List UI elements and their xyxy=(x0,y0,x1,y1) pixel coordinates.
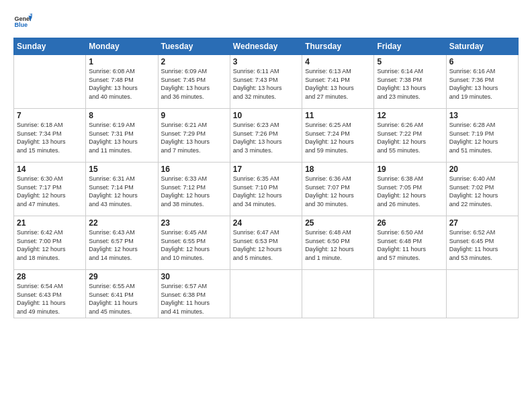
day-number: 8 xyxy=(89,111,154,120)
calendar-cell: 26Sunrise: 6:50 AM Sunset: 6:48 PM Dayli… xyxy=(374,216,446,270)
day-info: Sunrise: 6:57 AM Sunset: 6:38 PM Dayligh… xyxy=(161,282,227,316)
calendar-cell: 22Sunrise: 6:43 AM Sunset: 6:57 PM Dayli… xyxy=(86,216,158,270)
calendar-cell: 21Sunrise: 6:42 AM Sunset: 7:00 PM Dayli… xyxy=(14,216,86,270)
calendar-cell: 20Sunrise: 6:40 AM Sunset: 7:02 PM Dayli… xyxy=(446,163,518,216)
day-number: 7 xyxy=(17,111,83,120)
logo-icon: General Blue xyxy=(13,12,32,31)
day-info: Sunrise: 6:40 AM Sunset: 7:02 PM Dayligh… xyxy=(449,175,515,208)
day-number: 5 xyxy=(377,57,443,66)
day-number: 28 xyxy=(17,272,83,281)
page-header: General Blue xyxy=(13,12,519,31)
day-info: Sunrise: 6:14 AM Sunset: 7:38 PM Dayligh… xyxy=(377,67,443,101)
weekday-saturday: Saturday xyxy=(446,38,518,55)
calendar-cell: 30Sunrise: 6:57 AM Sunset: 6:38 PM Dayli… xyxy=(158,270,230,318)
calendar-cell: 12Sunrise: 6:26 AM Sunset: 7:22 PM Dayli… xyxy=(374,109,446,163)
weekday-header-row: SundayMondayTuesdayWednesdayThursdayFrid… xyxy=(14,38,519,55)
calendar-cell: 18Sunrise: 6:36 AM Sunset: 7:07 PM Dayli… xyxy=(302,163,374,216)
weekday-monday: Monday xyxy=(86,38,158,55)
calendar-cell: 2Sunrise: 6:09 AM Sunset: 7:45 PM Daylig… xyxy=(158,55,230,109)
day-number: 26 xyxy=(377,218,443,228)
calendar-cell: 5Sunrise: 6:14 AM Sunset: 7:38 PM Daylig… xyxy=(374,55,446,109)
calendar-cell: 3Sunrise: 6:11 AM Sunset: 7:43 PM Daylig… xyxy=(230,55,302,109)
weekday-tuesday: Tuesday xyxy=(158,38,230,55)
day-number: 22 xyxy=(89,218,154,228)
day-number: 9 xyxy=(161,111,227,120)
calendar-cell xyxy=(230,270,302,318)
day-info: Sunrise: 6:45 AM Sunset: 6:55 PM Dayligh… xyxy=(161,228,227,262)
day-info: Sunrise: 6:42 AM Sunset: 7:00 PM Dayligh… xyxy=(17,228,83,262)
day-info: Sunrise: 6:18 AM Sunset: 7:34 PM Dayligh… xyxy=(17,121,83,154)
day-info: Sunrise: 6:09 AM Sunset: 7:45 PM Dayligh… xyxy=(161,67,227,101)
day-number: 29 xyxy=(89,272,154,281)
day-info: Sunrise: 6:08 AM Sunset: 7:48 PM Dayligh… xyxy=(89,67,154,101)
calendar-cell: 17Sunrise: 6:35 AM Sunset: 7:10 PM Dayli… xyxy=(230,163,302,216)
calendar-cell: 9Sunrise: 6:21 AM Sunset: 7:29 PM Daylig… xyxy=(158,109,230,163)
day-number: 13 xyxy=(449,111,515,120)
day-info: Sunrise: 6:54 AM Sunset: 6:43 PM Dayligh… xyxy=(17,282,83,316)
svg-text:Blue: Blue xyxy=(14,21,28,28)
calendar-cell: 1Sunrise: 6:08 AM Sunset: 7:48 PM Daylig… xyxy=(86,55,158,109)
day-info: Sunrise: 6:19 AM Sunset: 7:31 PM Dayligh… xyxy=(89,121,154,154)
calendar-cell xyxy=(302,270,374,318)
day-info: Sunrise: 6:30 AM Sunset: 7:17 PM Dayligh… xyxy=(17,175,83,208)
day-info: Sunrise: 6:25 AM Sunset: 7:24 PM Dayligh… xyxy=(305,121,371,154)
calendar-cell: 27Sunrise: 6:52 AM Sunset: 6:45 PM Dayli… xyxy=(446,216,518,270)
day-number: 6 xyxy=(449,57,515,66)
day-info: Sunrise: 6:47 AM Sunset: 6:53 PM Dayligh… xyxy=(233,228,299,262)
day-info: Sunrise: 6:33 AM Sunset: 7:12 PM Dayligh… xyxy=(161,175,227,208)
day-info: Sunrise: 6:16 AM Sunset: 7:36 PM Dayligh… xyxy=(449,67,515,101)
day-info: Sunrise: 6:55 AM Sunset: 6:41 PM Dayligh… xyxy=(89,282,154,316)
calendar-cell: 25Sunrise: 6:48 AM Sunset: 6:50 PM Dayli… xyxy=(302,216,374,270)
calendar-cell: 16Sunrise: 6:33 AM Sunset: 7:12 PM Dayli… xyxy=(158,163,230,216)
day-info: Sunrise: 6:36 AM Sunset: 7:07 PM Dayligh… xyxy=(305,175,371,208)
day-info: Sunrise: 6:21 AM Sunset: 7:29 PM Dayligh… xyxy=(161,121,227,154)
day-number: 23 xyxy=(161,218,227,228)
calendar-cell xyxy=(446,270,518,318)
day-info: Sunrise: 6:28 AM Sunset: 7:19 PM Dayligh… xyxy=(449,121,515,154)
calendar-cell: 14Sunrise: 6:30 AM Sunset: 7:17 PM Dayli… xyxy=(14,163,86,216)
day-number: 24 xyxy=(233,218,299,228)
day-number: 11 xyxy=(305,111,371,120)
day-number: 10 xyxy=(233,111,299,120)
calendar-cell: 19Sunrise: 6:38 AM Sunset: 7:05 PM Dayli… xyxy=(374,163,446,216)
day-number: 16 xyxy=(161,165,227,174)
day-number: 4 xyxy=(305,57,371,66)
logo: General Blue xyxy=(13,12,35,31)
day-info: Sunrise: 6:50 AM Sunset: 6:48 PM Dayligh… xyxy=(377,228,443,262)
day-info: Sunrise: 6:13 AM Sunset: 7:41 PM Dayligh… xyxy=(305,67,371,101)
calendar-cell: 23Sunrise: 6:45 AM Sunset: 6:55 PM Dayli… xyxy=(158,216,230,270)
day-info: Sunrise: 6:26 AM Sunset: 7:22 PM Dayligh… xyxy=(377,121,443,154)
day-number: 3 xyxy=(233,57,299,66)
day-number: 17 xyxy=(233,165,299,174)
day-info: Sunrise: 6:52 AM Sunset: 6:45 PM Dayligh… xyxy=(449,228,515,262)
day-number: 12 xyxy=(377,111,443,120)
calendar-cell xyxy=(14,55,86,109)
day-info: Sunrise: 6:43 AM Sunset: 6:57 PM Dayligh… xyxy=(89,228,154,262)
weekday-sunday: Sunday xyxy=(14,38,86,55)
calendar-cell: 7Sunrise: 6:18 AM Sunset: 7:34 PM Daylig… xyxy=(14,109,86,163)
day-info: Sunrise: 6:11 AM Sunset: 7:43 PM Dayligh… xyxy=(233,67,299,101)
weekday-friday: Friday xyxy=(374,38,446,55)
calendar-cell: 28Sunrise: 6:54 AM Sunset: 6:43 PM Dayli… xyxy=(14,270,86,318)
calendar-cell xyxy=(374,270,446,318)
calendar-cell: 11Sunrise: 6:25 AM Sunset: 7:24 PM Dayli… xyxy=(302,109,374,163)
calendar-cell: 15Sunrise: 6:31 AM Sunset: 7:14 PM Dayli… xyxy=(86,163,158,216)
day-number: 15 xyxy=(89,165,154,174)
calendar-cell: 13Sunrise: 6:28 AM Sunset: 7:19 PM Dayli… xyxy=(446,109,518,163)
day-number: 21 xyxy=(17,218,83,228)
day-info: Sunrise: 6:48 AM Sunset: 6:50 PM Dayligh… xyxy=(305,228,371,262)
day-info: Sunrise: 6:38 AM Sunset: 7:05 PM Dayligh… xyxy=(377,175,443,208)
calendar-table: SundayMondayTuesdayWednesdayThursdayFrid… xyxy=(13,38,519,318)
day-info: Sunrise: 6:23 AM Sunset: 7:26 PM Dayligh… xyxy=(233,121,299,154)
calendar-cell: 10Sunrise: 6:23 AM Sunset: 7:26 PM Dayli… xyxy=(230,109,302,163)
calendar-cell: 8Sunrise: 6:19 AM Sunset: 7:31 PM Daylig… xyxy=(86,109,158,163)
day-info: Sunrise: 6:31 AM Sunset: 7:14 PM Dayligh… xyxy=(89,175,154,208)
weekday-thursday: Thursday xyxy=(302,38,374,55)
day-number: 18 xyxy=(305,165,371,174)
day-number: 27 xyxy=(449,218,515,228)
weekday-wednesday: Wednesday xyxy=(230,38,302,55)
day-number: 30 xyxy=(161,272,227,281)
day-info: Sunrise: 6:35 AM Sunset: 7:10 PM Dayligh… xyxy=(233,175,299,208)
calendar-cell: 4Sunrise: 6:13 AM Sunset: 7:41 PM Daylig… xyxy=(302,55,374,109)
day-number: 20 xyxy=(449,165,515,174)
